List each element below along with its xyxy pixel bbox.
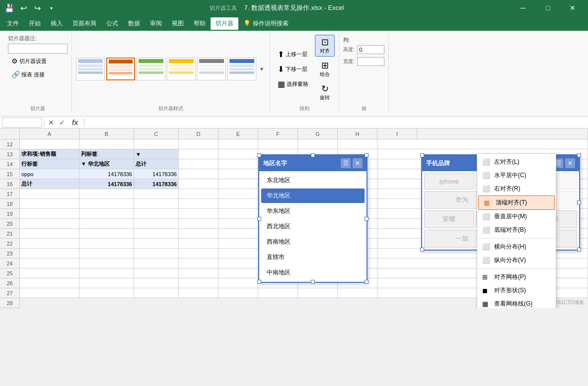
col-header-f[interactable]: F bbox=[258, 129, 298, 139]
handle-mr[interactable] bbox=[365, 217, 368, 221]
cell-e16[interactable] bbox=[219, 179, 258, 189]
cell-c13[interactable]: ▼ bbox=[134, 149, 179, 159]
cell-e15[interactable] bbox=[219, 169, 258, 179]
slicer-style-3[interactable] bbox=[137, 58, 165, 80]
row-header-15[interactable]: 15 bbox=[0, 169, 20, 179]
handle-tl[interactable] bbox=[257, 153, 261, 157]
menu-home[interactable]: 开始 bbox=[24, 17, 46, 30]
cell-b13[interactable]: 列标签 bbox=[79, 149, 134, 159]
cell-d16[interactable] bbox=[179, 179, 219, 189]
slicer-item-central-south[interactable]: 中南地区 bbox=[261, 265, 365, 280]
brand-handle-tr[interactable] bbox=[577, 153, 581, 157]
slicer-style-5[interactable] bbox=[197, 58, 226, 80]
confirm-formula-btn[interactable]: ✓ bbox=[57, 118, 67, 128]
col-header-a[interactable]: A bbox=[20, 129, 79, 139]
bring-forward-btn[interactable]: ⬆ 上移一层 bbox=[274, 48, 312, 61]
cell-g12[interactable] bbox=[298, 139, 338, 149]
row-header-18[interactable]: 18 bbox=[0, 199, 20, 209]
cell-i12[interactable] bbox=[377, 139, 588, 149]
save-icon[interactable]: 💾 bbox=[4, 2, 15, 13]
cell-e12[interactable] bbox=[219, 139, 258, 149]
slicer-item-north[interactable]: 华北地区 bbox=[261, 189, 365, 203]
align-btn[interactable]: ⊡ 对齐 bbox=[315, 35, 335, 57]
cell-c16[interactable]: 14178336 bbox=[134, 179, 179, 189]
col-header-i[interactable]: I bbox=[377, 129, 417, 139]
cell-c14[interactable]: 总计 bbox=[134, 159, 179, 169]
align-to-shape-item[interactable]: ◼ 对齐形状(S) bbox=[477, 284, 556, 297]
row-header-13[interactable]: 13 bbox=[0, 149, 20, 159]
close-button[interactable]: ✕ bbox=[561, 0, 584, 16]
cell-f12[interactable] bbox=[258, 139, 298, 149]
quick-access-more[interactable]: ▾ bbox=[46, 2, 57, 13]
align-bottom-item[interactable]: ⬜ 底端对齐(B) bbox=[477, 223, 556, 237]
slicer-style-6[interactable] bbox=[227, 58, 256, 80]
slicer-caption-input[interactable] bbox=[8, 44, 68, 54]
handle-bc[interactable] bbox=[311, 280, 315, 284]
slicer-style-1[interactable] bbox=[76, 58, 105, 80]
menu-slicer[interactable]: 切片器 bbox=[211, 17, 238, 30]
cell-a16[interactable]: 总计 bbox=[20, 179, 79, 189]
slicer-item-east[interactable]: 华东地区 bbox=[261, 204, 365, 218]
handle-bl[interactable] bbox=[257, 280, 261, 284]
align-center-h-item[interactable]: ⬜ 水平居中(C) bbox=[477, 169, 556, 182]
menu-help[interactable]: 帮助 bbox=[189, 17, 211, 30]
formula-input[interactable] bbox=[86, 118, 586, 128]
brand-item-iphone[interactable]: iphone bbox=[424, 173, 474, 190]
col-header-h[interactable]: H bbox=[338, 129, 377, 139]
align-distribute-h-item[interactable]: ⬜ 横向分布(H) bbox=[477, 240, 556, 254]
view-gridlines-item[interactable]: ▦ 查看网格线(G) bbox=[477, 297, 556, 308]
cell-a14[interactable]: 行标签 bbox=[20, 159, 79, 169]
align-distribute-v-item[interactable]: ⬜ 纵向分布(V) bbox=[477, 254, 556, 267]
cell-d15[interactable] bbox=[179, 169, 219, 179]
align-right-item[interactable]: ⬜ 右对齐(R) bbox=[477, 182, 556, 195]
slicer-item-northwest[interactable]: 西北地区 bbox=[261, 219, 365, 234]
row-header-20[interactable]: 20 bbox=[0, 219, 20, 229]
brand-slicer-clear[interactable]: ✕ bbox=[565, 158, 575, 168]
cell-e13[interactable] bbox=[219, 149, 258, 159]
row-header-25[interactable]: 25 bbox=[0, 268, 20, 278]
menu-file[interactable]: 文件 bbox=[2, 17, 24, 30]
slicer-item-northeast[interactable]: 东北地区 bbox=[261, 173, 365, 188]
row-header-24[interactable]: 24 bbox=[0, 258, 20, 268]
row-header-12[interactable]: 12 bbox=[0, 139, 20, 149]
row-header-19[interactable]: 19 bbox=[0, 209, 20, 219]
handle-ml[interactable] bbox=[257, 217, 261, 221]
cell-e14[interactable] bbox=[219, 159, 258, 169]
align-top-item[interactable]: ▦ 顶端对齐(T) bbox=[478, 195, 555, 210]
cell-a13[interactable]: 求和项:销售额 bbox=[20, 149, 79, 159]
row-header-26[interactable]: 26 bbox=[0, 278, 20, 288]
maximize-button[interactable]: □ bbox=[536, 0, 559, 16]
cell-c15[interactable]: 14178336 bbox=[134, 169, 179, 179]
cell-a15[interactable]: oppo bbox=[20, 169, 79, 179]
minimize-button[interactable]: ─ bbox=[512, 0, 534, 16]
row-header-27[interactable]: 27 bbox=[0, 288, 20, 298]
col-header-c[interactable]: C bbox=[134, 129, 179, 139]
menu-review[interactable]: 审阅 bbox=[145, 17, 167, 30]
slicer-style-2[interactable] bbox=[106, 58, 135, 80]
group-btn[interactable]: ⊞ 组合 bbox=[315, 58, 335, 80]
handle-tr[interactable] bbox=[365, 153, 368, 157]
row-header-17[interactable]: 17 bbox=[0, 189, 20, 199]
menu-formula[interactable]: 公式 bbox=[101, 17, 123, 30]
style-more-btn[interactable]: ▾ bbox=[258, 58, 266, 80]
cell-h12[interactable] bbox=[338, 139, 377, 149]
col-header-b[interactable]: B bbox=[79, 129, 134, 139]
row-header-16[interactable]: 16 bbox=[0, 179, 20, 189]
region-slicer-multiselect[interactable]: ☰ bbox=[341, 158, 351, 168]
width-input[interactable] bbox=[357, 57, 384, 66]
row-header-23[interactable]: 23 bbox=[0, 249, 20, 258]
slicer-style-4[interactable] bbox=[167, 58, 196, 80]
brand-item-honor[interactable]: 荣耀 bbox=[424, 210, 474, 228]
row-header-28[interactable]: 28 bbox=[0, 298, 20, 308]
region-slicer-clear[interactable]: ✕ bbox=[353, 158, 363, 168]
insert-function-btn[interactable]: fx bbox=[68, 118, 82, 128]
col-header-g[interactable]: G bbox=[298, 129, 338, 139]
cell-b12[interactable] bbox=[79, 139, 134, 149]
cell-b14[interactable]: ▼ 华北地区 bbox=[79, 159, 134, 169]
slicer-item-southwest[interactable]: 西南地区 bbox=[261, 235, 365, 249]
brand-handle-mr[interactable] bbox=[577, 200, 581, 204]
menu-insert[interactable]: 插入 bbox=[46, 17, 68, 30]
brand-handle-br[interactable] bbox=[577, 248, 581, 252]
rotate-btn[interactable]: ↻ 旋转 bbox=[315, 81, 335, 103]
row-header-14[interactable]: 14 bbox=[0, 159, 20, 169]
